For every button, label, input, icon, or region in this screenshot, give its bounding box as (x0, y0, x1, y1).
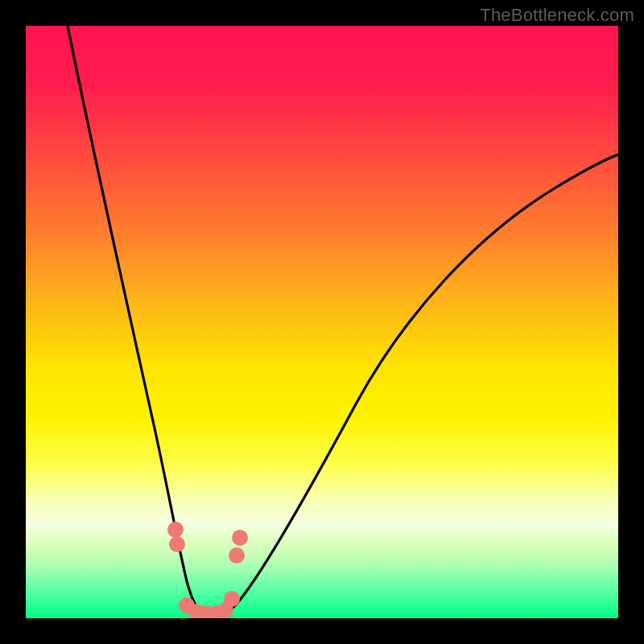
bottleneck-curve (68, 26, 618, 617)
chart-svg (26, 26, 618, 618)
watermark-text: TheBottleneck.com (480, 5, 634, 26)
svg-point-1 (169, 536, 185, 552)
svg-point-9 (232, 530, 248, 546)
chart-plot-area (26, 26, 618, 618)
svg-point-7 (224, 591, 240, 607)
highlight-dots (167, 522, 248, 618)
svg-point-0 (167, 522, 184, 538)
chart-frame: TheBottleneck.com (0, 0, 644, 644)
svg-point-8 (229, 547, 245, 564)
